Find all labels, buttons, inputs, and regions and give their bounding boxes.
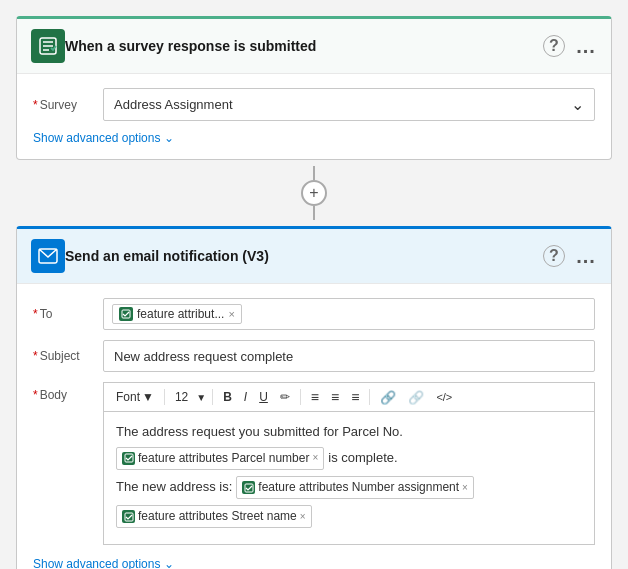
body-tag-street: feature attributes Street name × xyxy=(116,505,312,528)
to-input[interactable]: feature attribut... × xyxy=(103,298,595,330)
subject-label: *Subject xyxy=(33,349,103,363)
trigger-more-button[interactable]: ... xyxy=(575,35,597,57)
trigger-icon xyxy=(31,29,65,63)
connector: + xyxy=(16,160,612,226)
body-field-row: *Body Font ▼ 12 ▼ B I U ✏ xyxy=(33,382,595,545)
to-field-row: *To feature attribut... × xyxy=(33,298,595,330)
connector-line-top xyxy=(313,166,315,180)
body-tag-number: feature attributes Number assignment × xyxy=(236,476,474,499)
to-tag-icon xyxy=(119,307,133,321)
survey-field-row: *Survey Address Assignment ⌄ xyxy=(33,88,595,121)
body-line-1: The address request you submitted for Pa… xyxy=(116,422,582,470)
bold-button[interactable]: B xyxy=(219,388,236,406)
unordered-list-button[interactable]: ≡ xyxy=(327,387,343,407)
trigger-help-button[interactable]: ? xyxy=(543,35,565,57)
subject-input[interactable]: New address request complete xyxy=(103,340,595,372)
action-header: Send an email notification (V3) ? ... xyxy=(17,229,611,284)
subject-field-row: *Subject New address request complete xyxy=(33,340,595,372)
link-button[interactable]: 🔗 xyxy=(376,388,400,407)
body-editor[interactable]: The address request you submitted for Pa… xyxy=(103,411,595,545)
body-tag-street-icon xyxy=(122,510,135,523)
toolbar-sep-4 xyxy=(369,389,370,405)
align-button[interactable]: ≡ xyxy=(347,387,363,407)
action-title: Send an email notification (V3) xyxy=(65,248,543,264)
italic-button[interactable]: I xyxy=(240,388,251,406)
unlink-button[interactable]: 🔗 xyxy=(404,388,428,407)
to-tag-text: feature attribut... xyxy=(137,307,224,321)
trigger-body: *Survey Address Assignment ⌄ Show advanc… xyxy=(17,74,611,159)
font-size[interactable]: 12 xyxy=(171,388,192,406)
to-tag-close[interactable]: × xyxy=(228,308,234,320)
chevron-down-icon: ⌄ xyxy=(164,131,174,145)
email-icon-svg xyxy=(38,248,58,264)
font-dropdown-arrow: ▼ xyxy=(142,390,154,404)
action-show-advanced-container: Show advanced options ⌄ xyxy=(33,557,595,569)
body-tag-number-icon xyxy=(242,481,255,494)
survey-dropdown-arrow: ⌄ xyxy=(571,95,584,114)
to-tag: feature attribut... × xyxy=(112,304,242,324)
action-body: *To feature attribut... × *Subje xyxy=(17,284,611,569)
body-line-2: The new address is: feature attributes N… xyxy=(116,476,582,499)
add-step-button[interactable]: + xyxy=(301,180,327,206)
action-header-actions: ? ... xyxy=(543,245,597,267)
toolbar-sep-3 xyxy=(300,389,301,405)
ordered-list-button[interactable]: ≡ xyxy=(307,387,323,407)
underline-button[interactable]: U xyxy=(255,388,272,406)
to-label: *To xyxy=(33,307,103,321)
action-show-advanced[interactable]: Show advanced options ⌄ xyxy=(33,557,595,569)
survey-dropdown[interactable]: Address Assignment ⌄ xyxy=(103,88,595,121)
toolbar-sep-2 xyxy=(212,389,213,405)
body-tag-parcel-close[interactable]: × xyxy=(312,450,318,466)
action-icon xyxy=(31,239,65,273)
survey-icon-svg xyxy=(38,36,58,56)
body-editor-container: Font ▼ 12 ▼ B I U ✏ ≡ ≡ ≡ 🔗 xyxy=(103,382,595,545)
body-tag-number-close[interactable]: × xyxy=(462,480,468,496)
survey-label: *Survey xyxy=(33,98,103,112)
trigger-card: When a survey response is submitted ? ..… xyxy=(16,16,612,160)
action-more-button[interactable]: ... xyxy=(575,245,597,267)
body-tag-street-close[interactable]: × xyxy=(300,509,306,525)
pen-button[interactable]: ✏ xyxy=(276,388,294,406)
body-line-3: feature attributes Street name × xyxy=(116,505,582,528)
trigger-title: When a survey response is submitted xyxy=(65,38,543,54)
body-toolbar: Font ▼ 12 ▼ B I U ✏ ≡ ≡ ≡ 🔗 xyxy=(103,382,595,411)
trigger-header: When a survey response is submitted ? ..… xyxy=(17,19,611,74)
font-size-arrow: ▼ xyxy=(196,392,206,403)
toolbar-sep-1 xyxy=(164,389,165,405)
action-chevron-down-icon: ⌄ xyxy=(164,557,174,569)
body-label: *Body xyxy=(33,382,103,402)
code-button[interactable]: </> xyxy=(432,389,456,405)
body-tag-parcel-icon xyxy=(122,452,135,465)
trigger-header-actions: ? ... xyxy=(543,35,597,57)
font-selector[interactable]: Font ▼ xyxy=(112,388,158,406)
action-card: Send an email notification (V3) ? ... *T… xyxy=(16,226,612,569)
trigger-show-advanced[interactable]: Show advanced options ⌄ xyxy=(33,131,595,145)
body-tag-parcel: feature attributes Parcel number × xyxy=(116,447,324,470)
connector-line-bottom xyxy=(313,206,315,220)
action-help-button[interactable]: ? xyxy=(543,245,565,267)
